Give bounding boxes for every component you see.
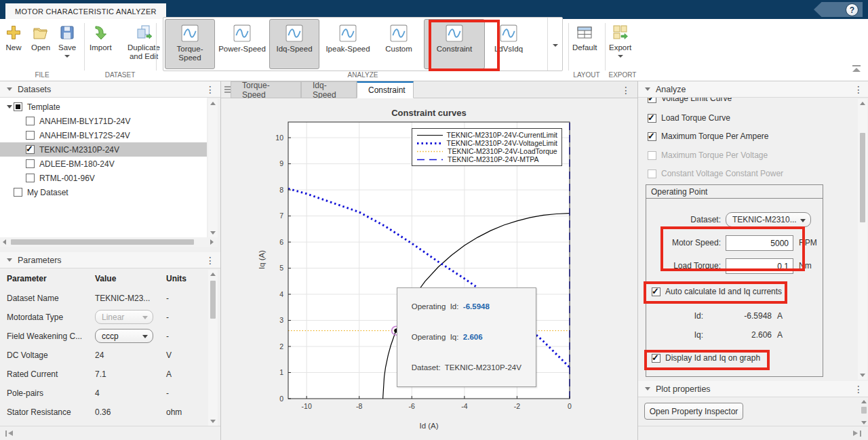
- datatip-value: 2.606: [463, 333, 483, 341]
- analyze-checkbox[interactable]: Maximum Torque Per Ampere: [648, 131, 769, 142]
- gallery-button-torque-speed[interactable]: Torque-Speed: [165, 19, 215, 69]
- dataset-row: Dataset: TEKNIC-M2310...: [646, 212, 823, 227]
- collapse-triangle-icon[interactable]: [645, 87, 650, 91]
- parameter-value: 4: [95, 388, 100, 398]
- col-value: Value: [95, 274, 116, 283]
- open-button[interactable]: Open: [31, 23, 50, 52]
- chart-xlabel: Id (A): [288, 422, 570, 430]
- save-dropdown-caret[interactable]: [64, 55, 70, 58]
- legend-label: TEKNIC-M2310P-24V-MTPA: [448, 155, 539, 163]
- parameters-kebab-icon[interactable]: ⋮: [205, 254, 215, 266]
- duplicate-icon: [135, 23, 153, 41]
- tree-row[interactable]: TEKNIC-M2310P-24V: [0, 142, 207, 157]
- gallery-expand-button[interactable]: [547, 18, 562, 71]
- analyze-panel-header[interactable]: Analyze ⋮: [638, 81, 868, 98]
- checkbox-icon[interactable]: [648, 114, 656, 123]
- duplicate-label: Duplicate and Edit: [120, 43, 167, 61]
- document-tab-constraint[interactable]: Constraint: [357, 81, 414, 98]
- tree-hscrollbar[interactable]: [0, 237, 218, 247]
- parameter-units: ohm: [166, 407, 182, 417]
- x-tick-label: -4: [461, 402, 467, 410]
- duplicate-and-edit-button[interactable]: Duplicate and Edit: [119, 23, 168, 61]
- y-tick-label: 6: [279, 238, 283, 246]
- gallery-button-label: Idq-Speed: [276, 45, 312, 54]
- app-tab[interactable]: MOTOR CHARACTERISTIC ANALYZER: [5, 3, 166, 19]
- parameters-panel-header[interactable]: Parameters ⋮: [0, 252, 220, 268]
- params-vscrollbar[interactable]: [208, 270, 218, 426]
- plot-properties-header[interactable]: Plot properties ⋮: [638, 381, 868, 397]
- tree-row[interactable]: ANAHEIM-BLY172S-24V: [0, 128, 207, 142]
- plot-icon: [339, 24, 357, 42]
- dataset-dropdown-value: TEKNIC-M2310...: [732, 215, 797, 224]
- dataset-dropdown[interactable]: TEKNIC-M2310...: [726, 212, 811, 227]
- chart-title: Constraint curves: [288, 108, 570, 118]
- collapse-triangle-icon[interactable]: [7, 87, 12, 91]
- checkbox-icon[interactable]: [648, 169, 656, 178]
- right-bottom-strip: [638, 426, 868, 440]
- analyze-checkbox[interactable]: Load Torque Curve: [648, 113, 730, 123]
- export-dropdown-caret[interactable]: [618, 55, 623, 58]
- datasets-kebab-icon[interactable]: ⋮: [205, 83, 215, 96]
- y-tick-label: 10: [275, 134, 283, 142]
- collapse-triangle-icon[interactable]: [645, 387, 650, 391]
- tree-row[interactable]: My Dataset: [0, 185, 207, 199]
- tree-row[interactable]: ANAHEIM-BLY171D-24V: [0, 114, 207, 128]
- dataset-checkbox[interactable]: [26, 145, 35, 154]
- document-tab-idq-speed[interactable]: Idq-Speed: [301, 81, 357, 98]
- tree-vscrollbar[interactable]: [208, 99, 218, 237]
- x-tick-label: -8: [356, 402, 362, 410]
- tree-row[interactable]: Template: [0, 100, 207, 114]
- new-button[interactable]: New: [5, 23, 22, 52]
- group-separator: [156, 23, 157, 71]
- col-units: Units: [166, 274, 186, 283]
- dataset-checkbox[interactable]: [26, 174, 35, 182]
- gallery-button-power-speed[interactable]: Power-Speed: [218, 19, 267, 69]
- plot-properties-kebab-icon[interactable]: ⋮: [854, 383, 863, 395]
- datatip-label: Dataset:: [412, 363, 445, 372]
- gallery-button-ipeak-speed[interactable]: Ipeak-Speed: [322, 19, 374, 69]
- datasets-panel-header[interactable]: Datasets ⋮: [0, 81, 220, 98]
- parameter-row: Dataset Name TEKNIC-M23... -: [0, 289, 207, 308]
- analyze-vscrollbar[interactable]: [858, 99, 867, 380]
- checkbox-icon[interactable]: [648, 132, 656, 141]
- analyze-kebab-icon[interactable]: ⋮: [854, 83, 863, 96]
- open-property-inspector-button[interactable]: Open Property Inspector: [644, 403, 743, 420]
- readout-value: 2.606: [707, 330, 772, 340]
- gallery-button-custom[interactable]: Custom: [376, 19, 421, 69]
- checkbox-icon[interactable]: [648, 151, 656, 160]
- legend-row: TEKNIC-M2310P-24V-LoadTorque: [416, 147, 557, 155]
- annotation-highlight-speed-torque: [660, 226, 805, 271]
- import-button[interactable]: Import: [90, 23, 112, 52]
- operating-point-datatip[interactable]: Operating Id: -6.5948 Operating Iq: 2.60…: [397, 287, 536, 387]
- tabbar-kebab-icon[interactable]: ⋮: [621, 84, 631, 96]
- chart-legend: TEKNIC-M2310P-24V-CurrentLimit TEKNIC-M2…: [412, 128, 562, 166]
- param-dropdown-cccp[interactable]: cccp: [95, 329, 153, 343]
- annotation-highlight-constraint: [429, 20, 500, 71]
- dataset-checkbox[interactable]: [14, 188, 22, 197]
- parameters-panel-title: Parameters: [18, 256, 62, 265]
- export-button[interactable]: Export: [609, 23, 631, 58]
- document-tab-torque-speed[interactable]: Torque-Speed: [231, 81, 301, 98]
- help-button[interactable]: ?: [846, 3, 859, 16]
- document-tab-label: Torque-Speed: [242, 81, 290, 100]
- dataset-checkbox[interactable]: [14, 102, 22, 111]
- collapse-left-icon[interactable]: [5, 431, 14, 437]
- parameter-row: Field Weakening C... cccp -: [0, 327, 207, 346]
- group-separator: [568, 23, 569, 71]
- tree-row[interactable]: ADLEE-BM-180-24V: [0, 157, 207, 171]
- tree-row[interactable]: RTML-001-96V: [0, 171, 207, 185]
- dataset-checkbox[interactable]: [26, 131, 35, 140]
- save-button[interactable]: Save: [58, 23, 76, 58]
- expander-icon[interactable]: [7, 105, 12, 108]
- tree-row-label: RTML-001-96V: [39, 174, 95, 183]
- dataset-checkbox[interactable]: [26, 159, 35, 168]
- x-tick-label: -10: [302, 402, 312, 410]
- dataset-checkbox[interactable]: [26, 117, 35, 125]
- default-layout-button[interactable]: Default: [572, 23, 597, 52]
- gallery-button-idq-speed[interactable]: Idq-Speed: [269, 19, 319, 69]
- plotprops-vscrollbar[interactable]: [859, 399, 868, 426]
- collapse-toolstrip-button[interactable]: [850, 65, 863, 75]
- readout-row: Id: -6.5948 A: [646, 311, 823, 322]
- collapse-triangle-icon[interactable]: [7, 258, 12, 262]
- collapse-right-icon[interactable]: [853, 431, 861, 437]
